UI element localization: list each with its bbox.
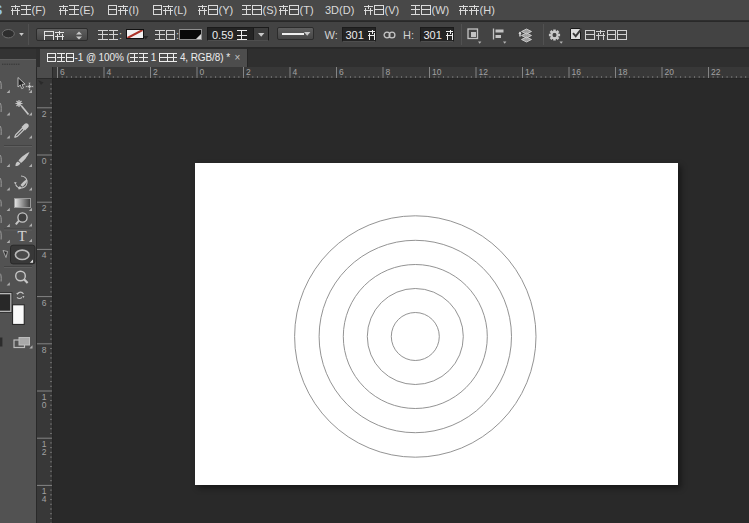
svg-text:6: 6 [339, 67, 344, 77]
svg-text:14: 14 [525, 67, 535, 77]
svg-text:T: T [17, 227, 26, 243]
svg-text:2: 2 [42, 108, 47, 118]
svg-text:4: 4 [42, 250, 47, 260]
svg-text:2: 2 [153, 67, 158, 77]
svg-text:0: 0 [199, 67, 204, 77]
svg-text:12: 12 [478, 67, 488, 77]
svg-text:20: 20 [664, 67, 674, 77]
svg-text:2: 2 [42, 203, 47, 213]
svg-text:4: 4 [42, 494, 47, 504]
svg-text:0: 0 [42, 156, 47, 166]
svg-text:8: 8 [385, 67, 390, 77]
svg-text:4: 4 [292, 67, 297, 77]
svg-text:18: 18 [618, 67, 628, 77]
svg-text:16: 16 [571, 67, 581, 77]
svg-text:2: 2 [246, 67, 251, 77]
svg-text:6: 6 [60, 67, 65, 77]
svg-text:0: 0 [42, 400, 47, 410]
svg-text:6: 6 [42, 297, 47, 307]
svg-text:4: 4 [106, 67, 111, 77]
svg-text:8: 8 [42, 344, 47, 354]
svg-text:2: 2 [42, 447, 47, 457]
svg-text:10: 10 [432, 67, 442, 77]
svg-text:22: 22 [711, 67, 721, 77]
